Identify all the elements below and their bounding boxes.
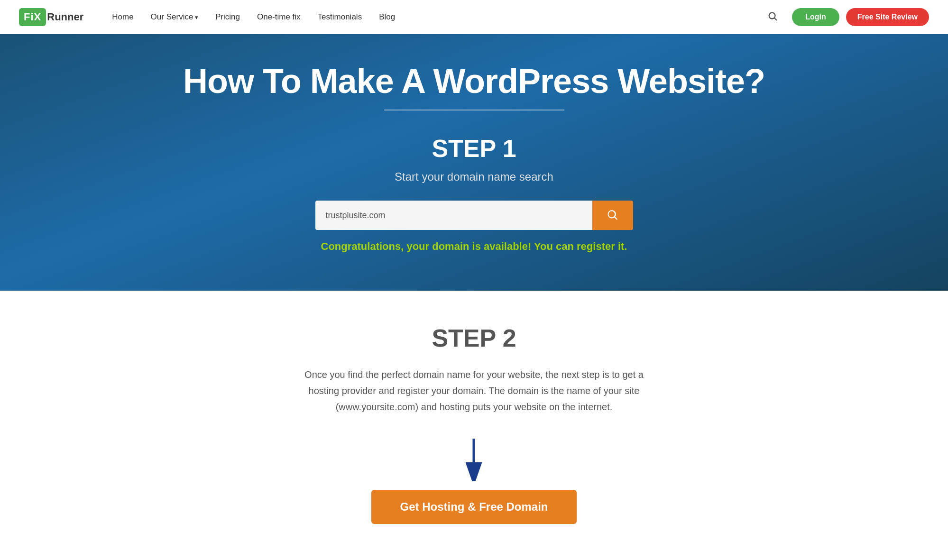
logo-box: FiX <box>19 8 46 26</box>
nav-links: Home Our Service Pricing One-time fix Te… <box>112 12 767 22</box>
step2-label: STEP 2 <box>19 324 929 352</box>
nav-pricing[interactable]: Pricing <box>215 12 240 22</box>
domain-available-message: Congratulations, your domain is availabl… <box>19 240 929 253</box>
domain-search-input[interactable] <box>315 201 592 230</box>
hero-section: How To Make A WordPress Website? STEP 1 … <box>0 34 948 291</box>
free-site-review-button[interactable]: Free Site Review <box>846 8 929 26</box>
nav-one-time-fix[interactable]: One-time fix <box>257 12 301 22</box>
search-icon <box>607 209 619 221</box>
navbar: FiX Runner Home Our Service Pricing One-… <box>0 0 948 34</box>
step2-section: STEP 2 Once you find the perfect domain … <box>0 291 948 560</box>
nav-blog[interactable]: Blog <box>379 12 395 22</box>
svg-line-1 <box>775 18 777 20</box>
step2-description: Once you find the perfect domain name fo… <box>294 367 654 415</box>
get-hosting-button[interactable]: Get Hosting & Free Domain <box>371 490 576 524</box>
logo[interactable]: FiX Runner <box>19 8 83 26</box>
hero-divider <box>384 110 564 110</box>
logo-runner-text: Runner <box>47 11 83 23</box>
down-arrow-icon <box>460 439 488 481</box>
nav-testimonials[interactable]: Testimonials <box>318 12 362 22</box>
domain-search-bar <box>315 201 633 230</box>
step1-label: STEP 1 <box>19 134 929 163</box>
search-icon[interactable] <box>767 11 778 24</box>
arrow-container: Get Hosting & Free Domain <box>371 439 576 524</box>
nav-our-service[interactable]: Our Service <box>151 12 198 22</box>
domain-search-button[interactable] <box>592 201 633 230</box>
nav-home[interactable]: Home <box>112 12 133 22</box>
page-title: How To Make A WordPress Website? <box>19 63 929 100</box>
step1-subtitle: Start your domain name search <box>19 170 929 184</box>
login-button[interactable]: Login <box>792 8 839 26</box>
